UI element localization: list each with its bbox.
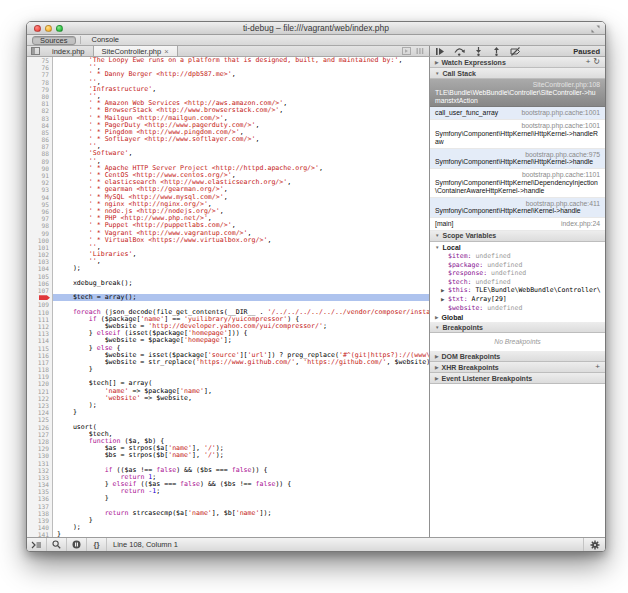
section-xhr-breakpoints[interactable]: ▶ XHR Breakpoints + xyxy=(430,362,605,373)
gutter-line-number[interactable]: 101 xyxy=(27,244,52,251)
minimize-window-button[interactable] xyxy=(45,25,52,32)
gutter-line-number[interactable]: 82 xyxy=(27,107,52,114)
code-line[interactable]: 'Software', xyxy=(53,150,429,157)
gutter-line-number[interactable]: 131 xyxy=(27,460,52,467)
toggle-breakpoints-button[interactable] xyxy=(510,47,521,56)
call-stack-frame[interactable]: SiteController.php:108TLE\Bundle\WebBund… xyxy=(430,79,605,107)
gutter-line-number[interactable]: 93 xyxy=(27,186,52,193)
gutter-line-number[interactable]: 117 xyxy=(27,359,52,366)
gutter-line-number[interactable]: 111 xyxy=(27,316,52,323)
gutter-line-number[interactable]: 139 xyxy=(27,517,52,524)
gutter-line-number[interactable]: 77 xyxy=(27,71,52,78)
code-line[interactable]: xdebug_break(); xyxy=(53,280,429,287)
section-call-stack[interactable]: ▼ Call Stack xyxy=(430,68,605,79)
line-gutter[interactable]: 7576777879808182838485868788899091929394… xyxy=(27,57,53,537)
gutter-line-number[interactable]: 109 xyxy=(27,301,52,308)
gutter-line-number[interactable]: 105 xyxy=(27,273,52,280)
gutter-line-number[interactable]: 102 xyxy=(27,251,52,258)
gutter-line-number[interactable]: 127 xyxy=(27,431,52,438)
resume-button[interactable] xyxy=(435,47,445,56)
section-scope-variables[interactable]: ▼ Scope Variables xyxy=(430,231,605,242)
gutter-line-number[interactable]: 90 xyxy=(27,165,52,172)
code-line[interactable]: return strcasecmp($a['name'], $b['name']… xyxy=(53,510,429,517)
console-drawer-icon[interactable] xyxy=(27,538,47,551)
collapsed-triangle-icon[interactable]: ▶ xyxy=(441,287,444,295)
gutter-line-number[interactable]: 87 xyxy=(27,143,52,150)
gutter-line-number[interactable]: 135 xyxy=(27,488,52,495)
search-icon[interactable] xyxy=(47,538,67,551)
sidebar-toggle-icon[interactable] xyxy=(27,46,44,56)
code-line[interactable]: 'website' => $website, xyxy=(53,395,429,402)
gutter-line-number[interactable]: 114 xyxy=(27,337,52,344)
gutter-line-number[interactable]: 92 xyxy=(27,179,52,186)
code-line[interactable]: 'Infrastructure', xyxy=(53,86,429,93)
gutter-line-number[interactable]: 86 xyxy=(27,136,52,143)
step-into-button[interactable] xyxy=(474,47,483,56)
code-line[interactable]: return -1; xyxy=(53,488,429,495)
gutter-line-number[interactable]: 122 xyxy=(27,395,52,402)
window-controls[interactable] xyxy=(34,25,63,32)
section-dom-breakpoints[interactable]: ▶ DOM Breakpoints xyxy=(430,351,605,362)
call-stack-frame[interactable]: [main]index.php:24 xyxy=(430,218,605,231)
gutter-line-number[interactable]: 128 xyxy=(27,438,52,445)
call-stack-frame[interactable]: bootstrap.php.cache:1101Symfony\Componen… xyxy=(430,169,605,197)
step-over-button[interactable] xyxy=(454,47,465,56)
section-watch-expressions[interactable]: ▶ Watch Expressions + ↻ xyxy=(430,57,605,68)
gutter-line-number[interactable]: 140 xyxy=(27,524,52,531)
gutter-line-number[interactable]: 119 xyxy=(27,373,52,380)
gutter-line-number[interactable]: 84 xyxy=(27,122,52,129)
call-stack-frame[interactable]: bootstrap.php.cache:411Symfony\Component… xyxy=(430,198,605,219)
code-line[interactable]: } xyxy=(53,517,429,524)
call-stack-frame[interactable]: bootstrap.php.cache:975Symfony\Component… xyxy=(430,149,605,170)
gutter-line-number[interactable]: 136 xyxy=(27,495,52,502)
gutter-line-number[interactable]: 97 xyxy=(27,215,52,222)
code-line[interactable]: ' * VirtualBox <https://www.virtualbox.o… xyxy=(53,237,429,244)
gutter-line-number[interactable]: 83 xyxy=(27,115,52,122)
close-window-button[interactable] xyxy=(34,25,41,32)
tab-sources[interactable]: Sources xyxy=(32,36,76,45)
gutter-line-number[interactable]: 78 xyxy=(27,79,52,86)
gutter-line-number[interactable]: 118 xyxy=(27,366,52,373)
code-line[interactable]: } xyxy=(53,366,429,373)
gutter-line-number[interactable]: 81 xyxy=(27,100,52,107)
gutter-line-number[interactable]: 110 xyxy=(27,309,52,316)
close-tab-icon[interactable]: × xyxy=(164,47,168,56)
gutter-line-number[interactable]: 129 xyxy=(27,445,52,452)
gutter-line-number[interactable]: 141 xyxy=(27,531,52,537)
scope-variable[interactable]: ▶$this: TLE\Bundle\WebBundle\Controller\ xyxy=(430,286,605,295)
gutter-line-number[interactable]: 89 xyxy=(27,158,52,165)
add-xhr-breakpoint-icon[interactable]: + xyxy=(595,363,600,371)
gutter-line-number[interactable]: 106 xyxy=(27,280,52,287)
gutter-line-number[interactable]: 104 xyxy=(27,265,52,272)
gutter-line-number[interactable]: 94 xyxy=(27,194,52,201)
gutter-line-number[interactable] xyxy=(27,294,52,301)
add-watch-icon[interactable]: + xyxy=(586,58,591,66)
gutter-line-number[interactable]: 137 xyxy=(27,503,52,510)
scope-variable[interactable]: ▶$txt: Array[29] xyxy=(430,295,605,304)
scope-global-group[interactable]: ▶ Global xyxy=(430,312,605,322)
file-tab-index-php[interactable]: index.php xyxy=(44,46,93,56)
code-line[interactable]: ' * Danny Berger <http://dpb587.me>', xyxy=(53,71,429,78)
gutter-line-number[interactable]: 125 xyxy=(27,416,52,423)
gutter-line-number[interactable]: 116 xyxy=(27,352,52,359)
code-line[interactable]: ' * SoftLayer <http://www.softlayer.com/… xyxy=(53,136,429,143)
gutter-line-number[interactable]: 138 xyxy=(27,510,52,517)
gutter-line-number[interactable]: 75 xyxy=(27,57,52,64)
pretty-print-button[interactable]: {} xyxy=(87,538,107,551)
call-stack-frame[interactable]: call_user_func_arraybootstrap.php.cache:… xyxy=(430,107,605,120)
gutter-line-number[interactable]: 79 xyxy=(27,86,52,93)
gutter-line-number[interactable]: 124 xyxy=(27,409,52,416)
gutter-line-number[interactable]: 133 xyxy=(27,474,52,481)
refresh-watch-icon[interactable]: ↻ xyxy=(593,58,600,66)
section-event-listener-breakpoints[interactable]: ▶ Event Listener Breakpoints xyxy=(430,373,605,384)
gutter-line-number[interactable]: 91 xyxy=(27,172,52,179)
gutter-line-number[interactable]: 113 xyxy=(27,330,52,337)
section-breakpoints[interactable]: ▼ Breakpoints xyxy=(430,322,605,333)
gutter-line-number[interactable]: 126 xyxy=(27,424,52,431)
pause-on-exceptions-icon[interactable] xyxy=(67,538,87,551)
code-line[interactable]: $tech = array(); xyxy=(53,294,429,301)
gutter-line-number[interactable]: 134 xyxy=(27,481,52,488)
code-line[interactable] xyxy=(53,416,429,423)
gutter-line-number[interactable]: 99 xyxy=(27,230,52,237)
gutter-line-number[interactable]: 103 xyxy=(27,258,52,265)
